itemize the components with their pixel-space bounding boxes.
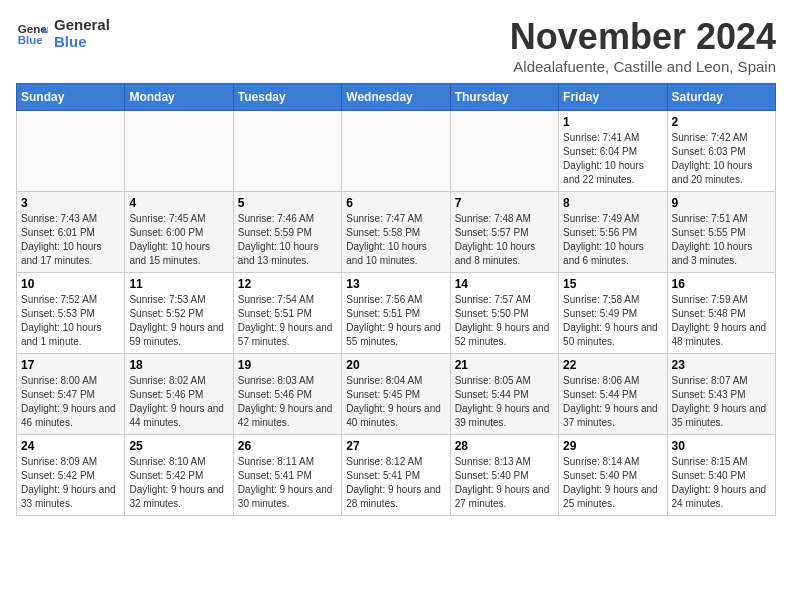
location: Aldealafuente, Castille and Leon, Spain <box>510 58 776 75</box>
column-header-sunday: Sunday <box>17 84 125 111</box>
day-number: 20 <box>346 358 445 372</box>
calendar-cell: 13Sunrise: 7:56 AM Sunset: 5:51 PM Dayli… <box>342 273 450 354</box>
calendar-cell: 14Sunrise: 7:57 AM Sunset: 5:50 PM Dayli… <box>450 273 558 354</box>
day-info: Sunrise: 7:54 AM Sunset: 5:51 PM Dayligh… <box>238 293 337 349</box>
calendar-cell <box>125 111 233 192</box>
day-info: Sunrise: 7:47 AM Sunset: 5:58 PM Dayligh… <box>346 212 445 268</box>
calendar-cell: 15Sunrise: 7:58 AM Sunset: 5:49 PM Dayli… <box>559 273 667 354</box>
column-header-friday: Friday <box>559 84 667 111</box>
calendar-cell: 2Sunrise: 7:42 AM Sunset: 6:03 PM Daylig… <box>667 111 775 192</box>
day-info: Sunrise: 7:43 AM Sunset: 6:01 PM Dayligh… <box>21 212 120 268</box>
calendar-cell: 5Sunrise: 7:46 AM Sunset: 5:59 PM Daylig… <box>233 192 341 273</box>
day-number: 22 <box>563 358 662 372</box>
calendar-cell: 9Sunrise: 7:51 AM Sunset: 5:55 PM Daylig… <box>667 192 775 273</box>
day-info: Sunrise: 7:58 AM Sunset: 5:49 PM Dayligh… <box>563 293 662 349</box>
day-number: 18 <box>129 358 228 372</box>
calendar-cell: 8Sunrise: 7:49 AM Sunset: 5:56 PM Daylig… <box>559 192 667 273</box>
calendar-header: SundayMondayTuesdayWednesdayThursdayFrid… <box>17 84 776 111</box>
calendar-cell: 18Sunrise: 8:02 AM Sunset: 5:46 PM Dayli… <box>125 354 233 435</box>
logo-blue: Blue <box>54 33 110 50</box>
month-title: November 2024 <box>510 16 776 58</box>
day-info: Sunrise: 7:48 AM Sunset: 5:57 PM Dayligh… <box>455 212 554 268</box>
calendar-week-2: 3Sunrise: 7:43 AM Sunset: 6:01 PM Daylig… <box>17 192 776 273</box>
day-info: Sunrise: 8:04 AM Sunset: 5:45 PM Dayligh… <box>346 374 445 430</box>
day-number: 15 <box>563 277 662 291</box>
calendar-cell: 29Sunrise: 8:14 AM Sunset: 5:40 PM Dayli… <box>559 435 667 516</box>
calendar-cell: 10Sunrise: 7:52 AM Sunset: 5:53 PM Dayli… <box>17 273 125 354</box>
page-header: General Blue General Blue November 2024 … <box>16 16 776 75</box>
day-info: Sunrise: 7:52 AM Sunset: 5:53 PM Dayligh… <box>21 293 120 349</box>
day-info: Sunrise: 8:05 AM Sunset: 5:44 PM Dayligh… <box>455 374 554 430</box>
calendar-cell: 22Sunrise: 8:06 AM Sunset: 5:44 PM Dayli… <box>559 354 667 435</box>
logo-icon: General Blue <box>16 17 48 49</box>
title-block: November 2024 Aldealafuente, Castille an… <box>510 16 776 75</box>
day-number: 26 <box>238 439 337 453</box>
day-info: Sunrise: 7:53 AM Sunset: 5:52 PM Dayligh… <box>129 293 228 349</box>
day-number: 6 <box>346 196 445 210</box>
day-number: 19 <box>238 358 337 372</box>
day-number: 30 <box>672 439 771 453</box>
calendar-cell: 25Sunrise: 8:10 AM Sunset: 5:42 PM Dayli… <box>125 435 233 516</box>
day-info: Sunrise: 8:00 AM Sunset: 5:47 PM Dayligh… <box>21 374 120 430</box>
calendar-cell: 21Sunrise: 8:05 AM Sunset: 5:44 PM Dayli… <box>450 354 558 435</box>
day-info: Sunrise: 8:02 AM Sunset: 5:46 PM Dayligh… <box>129 374 228 430</box>
calendar-cell <box>342 111 450 192</box>
day-number: 21 <box>455 358 554 372</box>
day-info: Sunrise: 8:14 AM Sunset: 5:40 PM Dayligh… <box>563 455 662 511</box>
day-info: Sunrise: 8:07 AM Sunset: 5:43 PM Dayligh… <box>672 374 771 430</box>
calendar-cell: 4Sunrise: 7:45 AM Sunset: 6:00 PM Daylig… <box>125 192 233 273</box>
logo: General Blue General Blue <box>16 16 110 50</box>
calendar-cell: 6Sunrise: 7:47 AM Sunset: 5:58 PM Daylig… <box>342 192 450 273</box>
day-info: Sunrise: 7:42 AM Sunset: 6:03 PM Dayligh… <box>672 131 771 187</box>
day-number: 9 <box>672 196 771 210</box>
day-info: Sunrise: 7:59 AM Sunset: 5:48 PM Dayligh… <box>672 293 771 349</box>
calendar-cell: 11Sunrise: 7:53 AM Sunset: 5:52 PM Dayli… <box>125 273 233 354</box>
day-number: 7 <box>455 196 554 210</box>
calendar-week-4: 17Sunrise: 8:00 AM Sunset: 5:47 PM Dayli… <box>17 354 776 435</box>
day-number: 24 <box>21 439 120 453</box>
column-header-thursday: Thursday <box>450 84 558 111</box>
calendar-cell: 1Sunrise: 7:41 AM Sunset: 6:04 PM Daylig… <box>559 111 667 192</box>
day-info: Sunrise: 7:51 AM Sunset: 5:55 PM Dayligh… <box>672 212 771 268</box>
column-header-wednesday: Wednesday <box>342 84 450 111</box>
calendar-cell: 23Sunrise: 8:07 AM Sunset: 5:43 PM Dayli… <box>667 354 775 435</box>
day-number: 29 <box>563 439 662 453</box>
day-number: 23 <box>672 358 771 372</box>
day-number: 3 <box>21 196 120 210</box>
column-header-monday: Monday <box>125 84 233 111</box>
day-number: 2 <box>672 115 771 129</box>
calendar-week-3: 10Sunrise: 7:52 AM Sunset: 5:53 PM Dayli… <box>17 273 776 354</box>
day-info: Sunrise: 7:45 AM Sunset: 6:00 PM Dayligh… <box>129 212 228 268</box>
day-info: Sunrise: 8:11 AM Sunset: 5:41 PM Dayligh… <box>238 455 337 511</box>
day-number: 17 <box>21 358 120 372</box>
calendar-cell: 19Sunrise: 8:03 AM Sunset: 5:46 PM Dayli… <box>233 354 341 435</box>
column-header-tuesday: Tuesday <box>233 84 341 111</box>
day-number: 16 <box>672 277 771 291</box>
calendar-cell: 28Sunrise: 8:13 AM Sunset: 5:40 PM Dayli… <box>450 435 558 516</box>
calendar-cell: 24Sunrise: 8:09 AM Sunset: 5:42 PM Dayli… <box>17 435 125 516</box>
calendar-cell: 16Sunrise: 7:59 AM Sunset: 5:48 PM Dayli… <box>667 273 775 354</box>
day-number: 14 <box>455 277 554 291</box>
calendar-table: SundayMondayTuesdayWednesdayThursdayFrid… <box>16 83 776 516</box>
day-number: 25 <box>129 439 228 453</box>
day-number: 8 <box>563 196 662 210</box>
day-number: 12 <box>238 277 337 291</box>
calendar-cell: 7Sunrise: 7:48 AM Sunset: 5:57 PM Daylig… <box>450 192 558 273</box>
day-info: Sunrise: 8:15 AM Sunset: 5:40 PM Dayligh… <box>672 455 771 511</box>
column-header-saturday: Saturday <box>667 84 775 111</box>
day-number: 10 <box>21 277 120 291</box>
day-info: Sunrise: 8:03 AM Sunset: 5:46 PM Dayligh… <box>238 374 337 430</box>
calendar-cell: 27Sunrise: 8:12 AM Sunset: 5:41 PM Dayli… <box>342 435 450 516</box>
day-info: Sunrise: 7:56 AM Sunset: 5:51 PM Dayligh… <box>346 293 445 349</box>
day-info: Sunrise: 8:09 AM Sunset: 5:42 PM Dayligh… <box>21 455 120 511</box>
day-info: Sunrise: 7:49 AM Sunset: 5:56 PM Dayligh… <box>563 212 662 268</box>
day-number: 13 <box>346 277 445 291</box>
day-number: 28 <box>455 439 554 453</box>
calendar-cell: 30Sunrise: 8:15 AM Sunset: 5:40 PM Dayli… <box>667 435 775 516</box>
day-number: 11 <box>129 277 228 291</box>
calendar-week-5: 24Sunrise: 8:09 AM Sunset: 5:42 PM Dayli… <box>17 435 776 516</box>
day-info: Sunrise: 7:57 AM Sunset: 5:50 PM Dayligh… <box>455 293 554 349</box>
calendar-cell: 26Sunrise: 8:11 AM Sunset: 5:41 PM Dayli… <box>233 435 341 516</box>
calendar-cell: 20Sunrise: 8:04 AM Sunset: 5:45 PM Dayli… <box>342 354 450 435</box>
day-info: Sunrise: 8:06 AM Sunset: 5:44 PM Dayligh… <box>563 374 662 430</box>
